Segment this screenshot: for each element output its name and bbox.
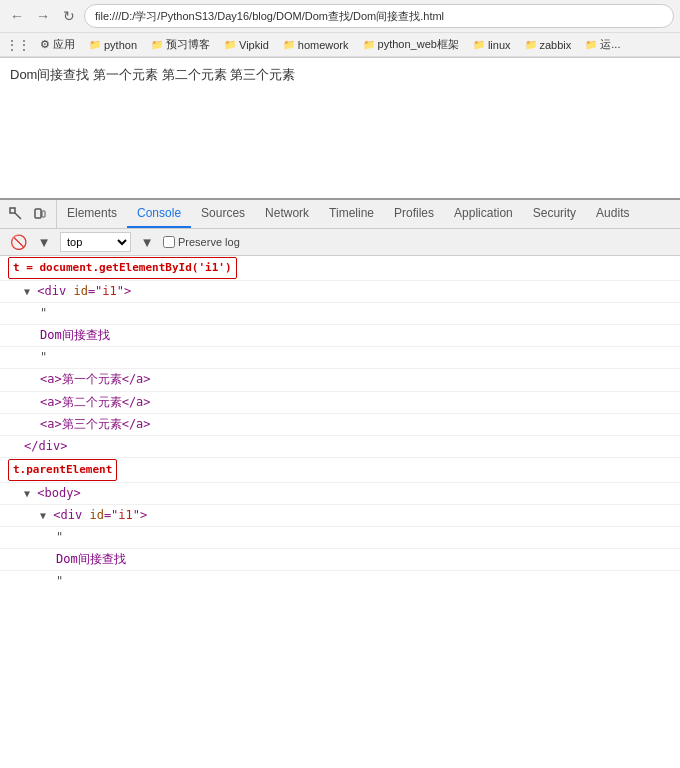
bookmark-more[interactable]: 📁 运... [579,35,626,54]
chinese-text-1: Dom间接查找 [40,328,110,342]
device-toolbar-button[interactable] [30,204,50,224]
svg-rect-2 [35,209,41,218]
bookmark-linux[interactable]: 📁 linux [467,37,517,53]
svg-rect-3 [42,211,45,217]
forward-button[interactable]: → [32,5,54,27]
bookmark-apps[interactable]: ⚙ 应用 [34,35,81,54]
filter-arrow-button[interactable]: ▼ [137,232,157,252]
tab-sources[interactable]: Sources [191,200,255,228]
page-content: Dom间接查找 第一个元素 第二个元素 第三个元素 [0,58,680,198]
bookmark-homework[interactable]: 📁 homework [277,37,355,53]
back-button[interactable]: ← [6,5,28,27]
inspect-element-button[interactable] [6,204,26,224]
expand-icon-2[interactable]: ▼ [24,488,30,499]
devtools-tabs: Elements Console Sources Network Timelin… [0,200,680,229]
svg-rect-0 [10,208,15,213]
console-entry-1: t = document.getElementById('i1') [0,256,680,281]
text-node-1: " [40,306,47,320]
console-entry-13: " [0,527,680,549]
preserve-log-checkbox[interactable] [163,236,175,248]
console-output: t = document.getElementById('i1') ▼ <div… [0,256,680,588]
level-dropdown[interactable]: top verbose info warnings errors [60,232,131,252]
clear-console-button[interactable]: 🚫 [8,232,28,252]
tab-profiles[interactable]: Profiles [384,200,444,228]
bookmark-label: python [104,39,137,51]
console-entry-15: " [0,571,680,588]
bookmark-label: 运... [600,37,620,52]
tag-open-2: <div id="i1"> [53,508,147,522]
console-entry-7: <a>第二个元素</a> [0,392,680,414]
bookmark-label: zabbix [540,39,572,51]
text-node-2: " [40,350,47,364]
console-entry-5: " [0,347,680,369]
text-node-4: " [56,574,63,588]
bookmark-vipkid[interactable]: 📁 Vipkid [218,37,275,53]
tag-close-1: </div> [24,439,67,453]
browser-chrome: ← → ↻ file:///D:/学习/PythonS13/Day16/blog… [0,0,680,58]
console-entry-2: ▼ <div id="i1"> [0,281,680,303]
tab-audits[interactable]: Audits [586,200,639,228]
page-title: Dom间接查找 第一个元素 第二个元素 第三个元素 [10,66,670,84]
refresh-button[interactable]: ↻ [58,5,80,27]
anchor-2: <a>第二个元素</a> [40,395,151,409]
bookmark-python[interactable]: 📁 python [83,37,143,53]
label-box-1: t = document.getElementById('i1') [8,257,237,279]
tab-timeline[interactable]: Timeline [319,200,384,228]
console-entry-12: ▼ <div id="i1"> [0,505,680,527]
bookmark-zabbix[interactable]: 📁 zabbix [519,37,578,53]
nav-bar: ← → ↻ file:///D:/学习/PythonS13/Day16/blog… [0,0,680,33]
label-box-2: t.parentElement [8,459,117,481]
anchor-3: <a>第三个元素</a> [40,417,151,431]
tag-open-1: <div id="i1"> [37,284,131,298]
console-entry-11: ▼ <body> [0,483,680,505]
console-entry-9: </div> [0,436,680,458]
console-entry-10: t.parentElement [0,458,680,483]
devtools-panel: Elements Console Sources Network Timelin… [0,198,680,588]
chinese-text-2: Dom间接查找 [56,552,126,566]
page-text: Dom间接查找 第一个元素 第二个元素 第三个元素 [10,67,295,82]
console-entry-8: <a>第三个元素</a> [0,414,680,436]
text-node-3: " [56,530,63,544]
tag-body-open: <body> [37,486,80,500]
bookmark-label: 预习博客 [166,37,210,52]
address-bar[interactable]: file:///D:/学习/PythonS13/Day16/blog/DOM/D… [84,4,674,28]
console-entry-3: " [0,303,680,325]
tab-console[interactable]: Console [127,200,191,228]
bookmark-label: Vipkid [239,39,269,51]
expand-icon-3[interactable]: ▼ [40,510,46,521]
devtools-icons [0,200,57,228]
address-text: file:///D:/学习/PythonS13/Day16/blog/DOM/D… [95,9,444,24]
bookmark-preview[interactable]: 📁 预习博客 [145,35,216,54]
bookmark-label: homework [298,39,349,51]
preserve-log-label: Preserve log [163,236,240,248]
console-entry-4: Dom间接查找 [0,325,680,347]
tab-elements[interactable]: Elements [57,200,127,228]
bookmark-label: linux [488,39,511,51]
filter-toggle-button[interactable]: ▼ [34,232,54,252]
bookmarks-bar: ⋮⋮ ⚙ 应用 📁 python 📁 预习博客 📁 Vipkid 📁 homew… [0,33,680,57]
console-toolbar: 🚫 ▼ top verbose info warnings errors ▼ P… [0,229,680,256]
tab-application[interactable]: Application [444,200,523,228]
anchor-1: <a>第一个元素</a> [40,372,151,386]
bookmark-label: 应用 [53,37,75,52]
tab-security[interactable]: Security [523,200,586,228]
preserve-log-text: Preserve log [178,236,240,248]
console-entry-6: <a>第一个元素</a> [0,369,680,391]
tab-network[interactable]: Network [255,200,319,228]
bookmark-web[interactable]: 📁 python_web框架 [357,35,465,54]
console-entry-14: Dom间接查找 [0,549,680,571]
expand-icon-1[interactable]: ▼ [24,286,30,297]
svg-line-1 [15,213,21,219]
bookmark-label: python_web框架 [378,37,459,52]
